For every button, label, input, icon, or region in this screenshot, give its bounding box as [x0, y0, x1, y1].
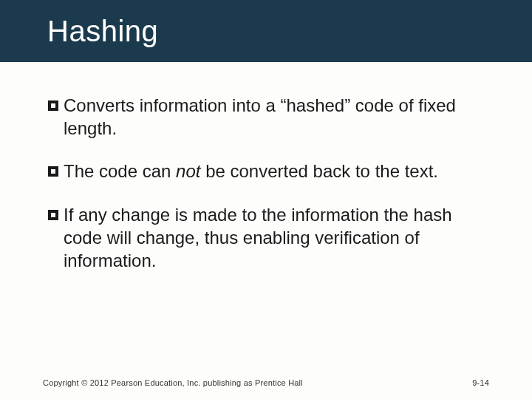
slide: Hashing Converts information into a “has…: [0, 0, 532, 399]
title-bar: Hashing: [0, 0, 532, 62]
bullet-item: Converts information into a “hashed” cod…: [47, 95, 485, 140]
svg-rect-1: [51, 103, 55, 108]
bullet-text: Converts information into a “hashed” cod…: [64, 95, 485, 140]
bullet-text: If any change is made to the information…: [64, 204, 485, 272]
slide-title: Hashing: [47, 15, 158, 48]
footer: Copyright © 2012 Pearson Education, Inc.…: [0, 378, 532, 387]
square-bullet-icon: [47, 166, 59, 177]
copyright-text: Copyright © 2012 Pearson Education, Inc.…: [43, 378, 303, 387]
page-number: 9-14: [472, 378, 489, 387]
svg-rect-5: [51, 213, 55, 217]
square-bullet-icon: [47, 209, 59, 221]
bullet-item: If any change is made to the information…: [47, 204, 485, 272]
content-area: Converts information into a “hashed” cod…: [0, 62, 532, 272]
svg-rect-3: [51, 169, 55, 174]
square-bullet-icon: [47, 100, 59, 112]
bullet-item: The code can not be converted back to th…: [47, 160, 485, 183]
bullet-text: The code can not be converted back to th…: [64, 160, 438, 183]
